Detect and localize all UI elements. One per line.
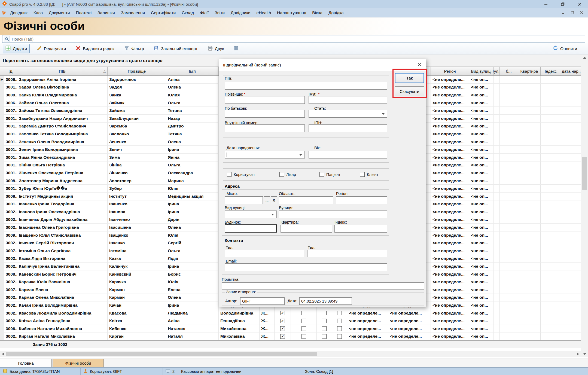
email-field[interactable] [225,263,387,271]
column-header-region[interactable]: Регіон [431,67,469,75]
dialog-close-button[interactable] [416,61,423,69]
grid-checkbox[interactable]: ✓ [280,326,285,331]
delete-row-button[interactable]: Видалити рядок [73,44,117,53]
column-header-name[interactable]: Ім'я [166,67,219,75]
menu-item[interactable]: Довідник [7,8,31,17]
index-field[interactable] [334,225,387,233]
grid-checkbox[interactable] [337,319,342,323]
grid-checkbox[interactable] [337,326,342,331]
phone1-field[interactable] [225,250,304,257]
grid-checkbox[interactable] [301,311,306,315]
window-restore-button[interactable] [554,0,571,8]
city-browse-button[interactable]: ... [264,196,270,204]
table-row[interactable]: 3002...Квасова Людмила ВолодимирівнаКвас… [0,309,581,317]
menu-item[interactable]: Замовлення [118,8,148,17]
tab-home[interactable]: Головна [0,359,52,367]
grid-checkbox[interactable]: ✓ [280,334,285,339]
mdi-close-button[interactable] [578,10,585,16]
menu-item[interactable]: Налаштування [274,8,309,17]
menu-item[interactable]: Платежі [73,8,95,17]
grid-checkbox[interactable]: ✓ [280,311,285,315]
patronymic-field[interactable] [225,110,305,118]
street-field[interactable] [279,211,387,218]
column-header-marker[interactable] [0,67,4,75]
menu-item[interactable]: Вікна [309,8,325,17]
mdi-minimize-button[interactable] [560,10,566,16]
scroll-down-button[interactable] [581,351,588,357]
grid-checkbox[interactable] [322,311,327,315]
tab-persons[interactable]: Фізичні особи [53,359,104,367]
filter-button[interactable]: Фільтр [121,44,147,53]
edit-button[interactable]: Редагувати [34,44,69,53]
menu-item[interactable]: Документи [46,8,73,17]
birth-date-select[interactable] [225,151,305,158]
street-type-select[interactable] [225,211,277,218]
building-field[interactable] [225,224,277,233]
horizontal-scrollbar[interactable] [0,351,581,357]
column-header-street_type[interactable]: Вид вулиці [469,67,493,75]
age-field[interactable] [309,151,387,158]
menu-item[interactable]: Каса [31,8,46,17]
scroll-up-button[interactable] [581,54,588,61]
scroll-right-button[interactable] [575,351,581,357]
column-header-birth[interactable]: дата нар... [561,67,581,75]
window-close-button[interactable] [571,0,588,8]
author-field[interactable]: GIFT [240,297,285,305]
apartment-field[interactable] [281,225,332,233]
client-checkbox[interactable]: Клієнт [360,172,378,177]
export-button[interactable]: Загальний експорт [151,44,200,53]
column-header-b[interactable]: б... [500,67,518,75]
menu-item[interactable]: Звіти [212,8,228,17]
vertical-scrollbar[interactable] [581,54,588,357]
gender-select[interactable] [309,110,387,118]
menu-item[interactable]: Філії [197,8,212,17]
city-field[interactable] [225,196,263,204]
horizontal-scroll-thumb[interactable] [6,352,317,356]
grid-checkbox[interactable] [337,311,342,315]
columns-button[interactable] [231,44,241,53]
menu-item[interactable]: Довідка [325,8,347,17]
vertical-scroll-thumb[interactable] [582,157,587,190]
ipn-field[interactable] [309,124,387,132]
column-header-id[interactable]: ІД [4,67,17,75]
window-minimize-button[interactable] [537,0,554,8]
name-field[interactable] [309,96,387,104]
menu-item[interactable]: Склад [179,8,197,17]
menu-item[interactable]: Довідники [228,8,254,17]
column-header-surname[interactable]: Прізвище [108,67,166,75]
scroll-left-button[interactable] [0,351,6,357]
region-field[interactable] [336,196,387,204]
mdi-restore-button[interactable] [569,10,575,16]
grid-checkbox[interactable]: ✓ [280,319,285,323]
column-header-index[interactable]: Індекс [541,67,561,75]
grid-checkbox[interactable] [337,334,342,339]
city-clear-button[interactable]: X [271,196,277,204]
add-button[interactable]: Додати [3,44,30,53]
note-field[interactable] [222,282,424,290]
table-row[interactable]: 3002...Квітка Аліна ГеннадіївнаКвіткаАлі… [0,317,581,325]
table-row[interactable]: 3002...Кирган Наталя МиколаївнаКирганНат… [0,333,581,341]
print-button[interactable]: Друк [205,44,227,53]
menu-item[interactable]: eHealth [254,8,274,17]
menu-item[interactable]: Залишки [95,8,118,17]
patient-checkbox[interactable]: Пацієнт [319,172,340,177]
user-checkbox[interactable]: Користувач [227,172,255,177]
grid-checkbox[interactable] [322,326,327,331]
search-input[interactable]: Поиск (Tab) [2,35,585,43]
column-header-pib[interactable]: ПІБ△ [17,67,108,75]
grid-checkbox[interactable] [301,334,306,339]
grid-checkbox[interactable] [301,319,306,323]
surname-field[interactable] [225,96,305,104]
grid-checkbox[interactable] [301,326,306,331]
grid-checkbox[interactable] [322,334,327,339]
table-row[interactable]: 3006...Кибенко Наталия МихайловнаКибенко… [0,325,581,333]
internal-number-field[interactable] [225,124,305,132]
pib-field[interactable] [225,82,387,90]
oblast-field[interactable] [279,196,333,204]
column-header-apt[interactable]: Квартира [518,67,541,75]
menu-item[interactable]: Сертифікати [148,8,179,17]
phone2-field[interactable] [307,250,387,257]
doctor-checkbox[interactable]: Лікар [279,172,296,177]
grid-checkbox[interactable] [322,319,327,323]
refresh-button[interactable]: Оновити [550,44,580,53]
